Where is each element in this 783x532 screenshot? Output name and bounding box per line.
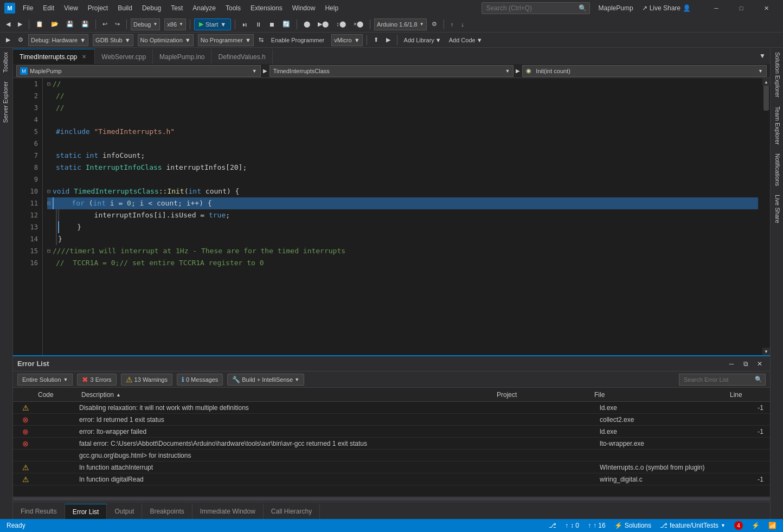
programmer-swap-btn[interactable]: ⇆ [256, 34, 266, 46]
menu-view[interactable]: View [60, 3, 82, 13]
status-notifications-count[interactable]: 4 [732, 521, 745, 530]
error-rows[interactable]: ⚠ Disabling relaxation: it will not work… [13, 402, 770, 496]
bp-3[interactable]: ↕⬤ [333, 18, 349, 30]
notifications-tab[interactable]: Notifications [771, 149, 783, 190]
vmicro-dropdown[interactable]: vMicro ▼ [331, 34, 362, 46]
tab-webserver[interactable]: WebServer.cpp [95, 49, 153, 64]
tab-error-list[interactable]: Error List [65, 504, 107, 519]
menu-debug[interactable]: Debug [138, 3, 165, 13]
menu-help[interactable]: Help [320, 3, 343, 13]
panel-minimize-btn[interactable]: ─ [726, 358, 737, 370]
platform-dropdown[interactable]: x86 ▼ [164, 18, 186, 30]
col-project-header[interactable]: Project [492, 391, 590, 399]
tab-close-0[interactable]: ✕ [80, 53, 88, 61]
col-code-header[interactable]: Code [34, 391, 77, 399]
settings-btn[interactable]: ⚙ [15, 34, 26, 46]
code-editor[interactable]: 1 2 3 4 5 6 7 8 9 10 11 12 13 14 15 16 [13, 78, 770, 355]
live-share-tab[interactable]: Live Share [771, 190, 783, 228]
menu-build[interactable]: Build [113, 3, 137, 13]
breakpoint-button[interactable]: ⬤ [301, 18, 313, 30]
warnings-filter-button[interactable]: ⚠ 13 Warnings [121, 374, 172, 386]
status-warnings-count[interactable]: ↑ ↑ 16 [586, 521, 608, 530]
errors-filter-button[interactable]: ✖ 3 Errors [77, 374, 116, 386]
optimization-dropdown[interactable]: No Optimization ▼ [138, 34, 194, 46]
error-h-scrollbar[interactable] [13, 496, 770, 502]
menu-file[interactable]: File [18, 3, 37, 13]
run-btn[interactable]: ▶ [383, 34, 393, 46]
programmer-dropdown[interactable]: No Programmer ▼ [198, 34, 254, 46]
server-explorer-tab[interactable]: Server Explorer [0, 77, 12, 127]
forward-button[interactable]: ▶ [15, 18, 25, 30]
error-row-1[interactable]: ⚠ Disabling relaxation: it will not work… [13, 402, 770, 414]
menu-tools[interactable]: Tools [221, 3, 245, 13]
error-row-2[interactable]: ⊗ error: ld returned 1 exit status colle… [13, 414, 770, 426]
undo-button[interactable]: ↩ [100, 18, 110, 30]
scope-dropdown[interactable]: Entire Solution ▼ [17, 374, 73, 386]
tab-scroll-button[interactable]: ▼ [759, 48, 770, 64]
tab-maplepump-ino[interactable]: MaplePump.ino [153, 49, 211, 64]
status-power[interactable]: ⚡ [749, 521, 762, 530]
open-button[interactable]: 📂 [48, 18, 61, 30]
minimize-button[interactable]: ─ [704, 0, 729, 16]
new-project-button[interactable]: 📋 [33, 18, 46, 30]
status-solutions[interactable]: ⚡ Solutions [612, 521, 653, 530]
status-branch[interactable]: ⎇ feature/UnitTests ▼ [658, 521, 728, 530]
fold-icon-10[interactable]: ⊟ [47, 185, 50, 197]
tab-defined-values[interactable]: DefinedValues.h [211, 49, 272, 64]
tab-output[interactable]: Output [107, 504, 142, 519]
error-row-5[interactable]: ⚠ In function attachInterrupt WInterrupt… [13, 462, 770, 473]
build-intellisense-filter[interactable]: 🔧 Build + IntelliSense ▼ [227, 374, 304, 386]
save-button[interactable]: 💾 [63, 18, 76, 30]
arduino-settings[interactable]: ⚙ [429, 18, 440, 30]
redo-button[interactable]: ↪ [112, 18, 123, 30]
scroll-up-button[interactable]: ▲ [762, 78, 770, 86]
error-row-6[interactable]: ⚠ In function digitalRead wiring_digital… [13, 473, 770, 485]
close-button[interactable]: ✕ [754, 0, 779, 16]
expand-btn[interactable]: ▶ [3, 34, 13, 46]
class-nav-dropdown[interactable]: TimedInterruptsClass ▼ [269, 65, 514, 77]
add-code-btn[interactable]: Add Code ▼ [446, 34, 485, 46]
status-errors-count[interactable]: ↑ ↕ 0 [563, 521, 581, 530]
col-file-header[interactable]: File [590, 391, 726, 399]
scroll-down-button[interactable]: ▼ [762, 348, 770, 355]
save-all-button[interactable]: 💾 [79, 18, 92, 30]
debug-mode-dropdown[interactable]: Debug ▼ [131, 18, 160, 30]
menu-project[interactable]: Project [84, 3, 112, 13]
team-explorer-tab[interactable]: Team Explorer [771, 102, 783, 149]
debug-ctrl-1[interactable]: ⏯ [239, 18, 251, 30]
back-button[interactable]: ◀ [3, 18, 13, 30]
status-live-share-btn[interactable]: 📶 [766, 521, 779, 530]
add-library-btn[interactable]: Add Library ▼ [401, 34, 444, 46]
enable-programmer-btn[interactable]: Enable Programmer [268, 34, 327, 46]
tab-breakpoints[interactable]: Breakpoints [142, 504, 192, 519]
panel-float-btn[interactable]: ⧉ [740, 358, 752, 370]
error-search-input[interactable] [679, 374, 766, 386]
debug-target-dropdown[interactable]: Debug: Hardware ▼ [28, 34, 88, 46]
fold-icon-11[interactable]: ⊟ [47, 197, 50, 209]
fold-icon-15[interactable]: ⊟ [47, 245, 50, 257]
col-line-header[interactable]: Line [726, 391, 758, 399]
debug-ctrl-2[interactable]: ⏸ [253, 18, 264, 30]
gdb-stub-dropdown[interactable]: GDB Stub ▼ [93, 34, 133, 46]
tab-immediate-window[interactable]: Immediate Window [192, 504, 264, 519]
tab-timed-interrupts[interactable]: TimedInterrupts.cpp ✕ [13, 49, 95, 64]
menu-extensions[interactable]: Extensions [246, 3, 287, 13]
step-down[interactable]: ↓ [458, 18, 467, 30]
menu-edit[interactable]: Edit [38, 3, 59, 13]
fold-icon-1[interactable]: ⊟ [47, 78, 50, 90]
menu-analyze[interactable]: Analyze [188, 3, 220, 13]
error-row-3[interactable]: ⊗ error: lto-wrapper failed ld.exe -1 [13, 426, 770, 438]
status-ready[interactable]: Ready [4, 522, 28, 529]
error-row-4b[interactable]: gcc.gnu.org\bugs.html> for instructions [13, 450, 770, 462]
method-nav-dropdown[interactable]: ◉ Init(int count) ▼ [522, 65, 767, 77]
toolbox-tab[interactable]: Toolbox [0, 48, 12, 77]
col-desc-header[interactable]: Description ▲ [77, 391, 492, 399]
debug-ctrl-3[interactable]: ⏹ [266, 18, 278, 30]
live-share-button[interactable]: ↗ Live Share 👤 [638, 4, 695, 12]
status-source-control[interactable]: ⎇ [547, 521, 559, 530]
project-nav-dropdown[interactable]: M MaplePump ▼ [16, 65, 261, 77]
menu-window[interactable]: Window [288, 3, 320, 13]
menu-test[interactable]: Test [166, 3, 187, 13]
bp-4[interactable]: ×⬤ [351, 18, 366, 30]
code-content[interactable]: ⊟ // // // [43, 78, 762, 355]
